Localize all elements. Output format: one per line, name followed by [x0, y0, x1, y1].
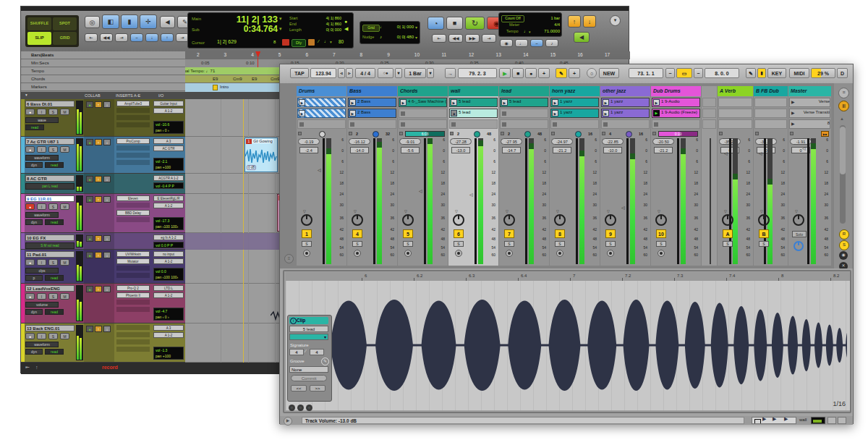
- fader-position-arrow[interactable]: ◁: [802, 145, 806, 151]
- insert-slot-empty[interactable]: [116, 160, 150, 165]
- m-button[interactable]: M: [60, 333, 69, 339]
- track-activator-button[interactable]: 10: [656, 229, 666, 238]
- drums-clip-slot[interactable]: ▶: [297, 109, 346, 118]
- clip-stop-slot[interactable]: [399, 109, 447, 118]
- clip-slot[interactable]: ▶1 yazz: [601, 98, 650, 107]
- fader-position-arrow[interactable]: ◁: [621, 205, 625, 210]
- arm-record-button[interactable]: [658, 250, 665, 257]
- grabber-tool-button[interactable]: ✛: [140, 14, 157, 29]
- routing-knob[interactable]: [474, 131, 480, 138]
- pt-track-6[interactable]: 6 Bass DI.01●ISMwaveread●↑↓AmpliTube3Gui…: [21, 99, 185, 137]
- clip-slot[interactable]: ▶1 9-Audio: [652, 98, 700, 107]
- clip-slot[interactable]: ▶1 yazz: [550, 109, 599, 118]
- loop-switch[interactable]: ▭: [676, 68, 692, 78]
- fader-position-arrow[interactable]: ◁: [759, 151, 762, 156]
- punch-in-button[interactable]: ~: [665, 68, 675, 78]
- insert-slot[interactable]: Pro-Q 2: [116, 285, 150, 291]
- collab-upload-button[interactable]: ↑: [95, 101, 102, 108]
- clip-play-icon[interactable]: ▶: [400, 99, 407, 106]
- clip-play-icon[interactable]: ▶: [451, 99, 457, 106]
- pan-knob[interactable]: [605, 214, 616, 226]
- input-path-selector[interactable]: ACGTR A 1-2: [153, 175, 184, 181]
- arrangement-record-button[interactable]: ●: [525, 68, 537, 78]
- clip-play-icon[interactable]: ▶: [552, 110, 558, 117]
- live-track-Bass[interactable]: Bass▶2 Bass▶2 Bass232-16.12-14.060612182…: [347, 86, 397, 266]
- gain-value-box[interactable]: -14.0: [350, 147, 369, 153]
- m-button[interactable]: M: [60, 293, 69, 300]
- small-caret-icon[interactable]: ▾: [330, 40, 332, 44]
- volume-pan-display[interactable]: vol 0.0pan ‹100 100›: [153, 268, 184, 281]
- tempo-caret[interactable]: ▾: [529, 30, 531, 34]
- playhead-marker[interactable]: [255, 51, 260, 58]
- pt-track-7[interactable]: 7 Ac GTR U87 1●ISMwaveformdynread●↑↓ProC…: [21, 137, 185, 174]
- track-title[interactable]: A Verb: [718, 86, 753, 96]
- pen-button[interactable]: ✎: [746, 68, 756, 78]
- zoom-focus-button[interactable]: ↑: [161, 33, 174, 42]
- collab-download-button[interactable]: ↓: [103, 326, 111, 332]
- output-path-selector[interactable]: A 1-2: [153, 258, 184, 264]
- clip-play-icon[interactable]: ▶: [653, 99, 660, 106]
- record-arm-button[interactable]: ●: [25, 333, 35, 339]
- arm-record-button[interactable]: [354, 250, 361, 257]
- clip-play-icon[interactable]: ▶: [603, 99, 609, 106]
- stop-button[interactable]: ■: [446, 17, 463, 30]
- rewind-button[interactable]: ◀◀: [448, 34, 463, 43]
- tap-tempo-button[interactable]: TAP: [290, 68, 309, 78]
- m-button[interactable]: M: [60, 259, 69, 266]
- prev-clip-button[interactable]: <<: [291, 385, 307, 392]
- sub-counter-caret[interactable]: ▾: [279, 26, 282, 32]
- volume-fader[interactable]: [626, 138, 629, 264]
- link-track-button[interactable]: ~: [130, 33, 143, 42]
- empty-clip-slot[interactable]: [702, 98, 716, 107]
- output-path-selector[interactable]: A 1-2: [153, 203, 184, 208]
- solo-button[interactable]: S: [555, 241, 565, 247]
- track-activator-button[interactable]: 6: [454, 229, 464, 238]
- return-to-zero-button[interactable]: ⇤: [432, 34, 446, 43]
- clip-slot[interactable]: ▶5 lead: [449, 98, 498, 107]
- clip-box-toggle-1[interactable]: ○: [289, 405, 295, 411]
- collab-user-button[interactable]: ●: [86, 252, 93, 258]
- clip-play-icon[interactable]: ▶: [501, 99, 508, 106]
- count-off-label[interactable]: Count Off: [501, 15, 524, 22]
- clip-gain-chip[interactable]: 0 dB: [247, 165, 256, 170]
- pan-knob[interactable]: [793, 214, 804, 226]
- fader-position-arrow[interactable]: ◁: [724, 151, 728, 156]
- close-panel-button[interactable]: ✕: [839, 262, 848, 268]
- online-button[interactable]: ◔: [427, 17, 444, 30]
- insert-slot[interactable]: Mutator: [116, 258, 150, 264]
- metronome-button[interactable]: ◉: [500, 39, 513, 47]
- track-title[interactable]: Master: [788, 86, 831, 96]
- volume-fader[interactable]: [373, 138, 375, 264]
- s-button[interactable]: S: [48, 333, 58, 339]
- delay-compensation-badge[interactable]: Dly: [292, 39, 306, 47]
- routing-square[interactable]: [755, 132, 759, 135]
- pt-track-11[interactable]: 11 Pad.01●ISMclpspread●↑↓UVIWrkstnMutato…: [21, 250, 185, 284]
- track-name-field[interactable]: 7 Ac GTR U87 1: [25, 138, 75, 145]
- i-button[interactable]: I: [37, 333, 46, 339]
- collab-download-button[interactable]: ↓: [103, 176, 111, 182]
- read-mode-selector[interactable]: read: [45, 309, 64, 315]
- fader-position-arrow[interactable]: ◁: [469, 192, 473, 197]
- empty-clip-slot[interactable]: [754, 119, 787, 129]
- mini-device-chip-2[interactable]: [838, 417, 846, 424]
- volume-value-box[interactable]: -24.97: [551, 138, 573, 145]
- automation-selector[interactable]: dyn: [25, 162, 43, 168]
- i-button[interactable]: I: [37, 109, 46, 115]
- pan-knob[interactable]: [352, 214, 363, 226]
- routing-square[interactable]: [450, 132, 454, 135]
- grid-value-label[interactable]: Grid: [362, 25, 380, 32]
- automation-selector[interactable]: dyn: [25, 219, 43, 225]
- track-name-field[interactable]: 8 AC GTR: [25, 175, 75, 182]
- follow-button[interactable]: →: [445, 68, 456, 78]
- track-name-field[interactable]: 12 LeadVoxENG: [25, 285, 75, 292]
- play-button[interactable]: ↻: [465, 17, 485, 30]
- clip-play-icon[interactable]: ▶: [299, 110, 305, 117]
- fast-forward-button[interactable]: ▶▶: [465, 34, 480, 43]
- clip-stop-slot[interactable]: [652, 119, 700, 129]
- track-activator-button[interactable]: 1: [302, 229, 312, 238]
- routing-square[interactable]: [298, 132, 302, 135]
- pan-knob[interactable]: [758, 214, 770, 226]
- track-view-selector[interactable]: waveform: [25, 155, 59, 161]
- volume-pan-display[interactable]: vol -2.1pan +100: [153, 158, 184, 171]
- live-track-other jazz[interactable]: other jazz▶1 yazz▶1 yazz416-22.85-10.0◁6…: [600, 86, 650, 266]
